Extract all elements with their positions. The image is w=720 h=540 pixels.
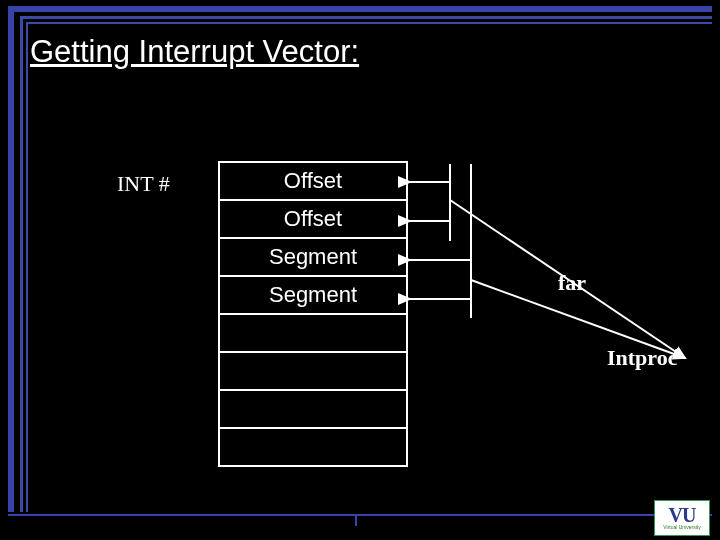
frame-bottom-tick <box>355 516 357 526</box>
table-row <box>220 391 406 429</box>
logo-subtext: Virtual University <box>663 524 700 530</box>
intproc-label: Intproc <box>607 345 678 371</box>
table-row: Offset <box>220 201 406 239</box>
frame-inner2-top <box>26 22 712 24</box>
table-row <box>220 429 406 467</box>
frame-top <box>8 6 712 12</box>
table-row <box>220 315 406 353</box>
frame-inner2-left <box>26 22 28 512</box>
int-number-label: INT # <box>117 171 170 197</box>
frame-bottom <box>8 514 712 516</box>
table-row: Offset <box>220 163 406 201</box>
frame-inner-left <box>20 16 23 512</box>
table-row <box>220 353 406 391</box>
slide-title: Getting Interrupt Vector: <box>30 34 359 70</box>
frame-inner-top <box>20 16 712 19</box>
logo-text: VU <box>669 506 696 524</box>
table-row: Segment <box>220 277 406 315</box>
vector-table: Offset Offset Segment Segment <box>218 161 408 467</box>
far-label: far <box>558 270 586 296</box>
frame-left <box>8 6 14 512</box>
table-row: Segment <box>220 239 406 277</box>
vu-logo: VU Virtual University <box>654 500 710 536</box>
